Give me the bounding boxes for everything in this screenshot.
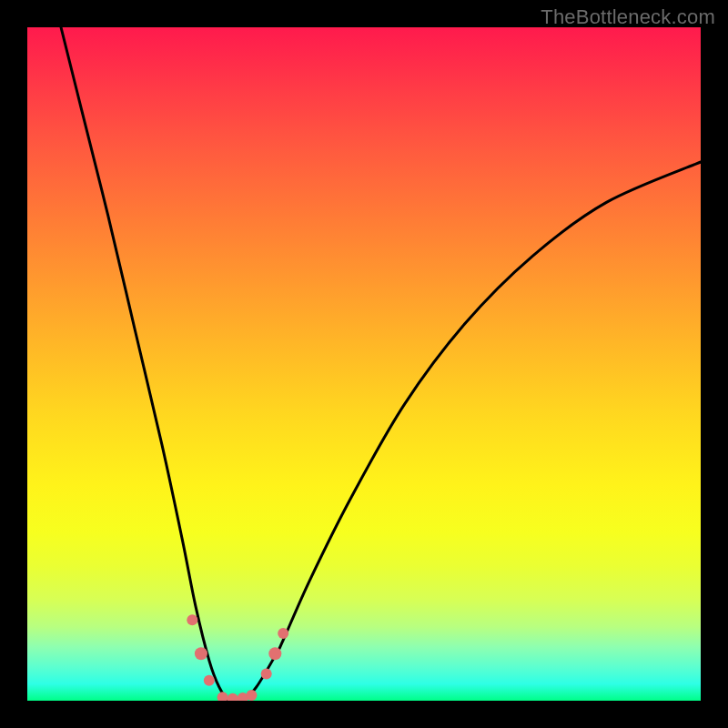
curve-markers (187, 614, 288, 701)
curve-marker (268, 647, 281, 660)
curve-marker (246, 690, 257, 701)
curve-marker (261, 668, 272, 679)
curve-marker (195, 647, 207, 660)
bottleneck-curve (61, 27, 701, 701)
chart-frame: TheBottleneck.com (0, 0, 728, 728)
curve-marker (204, 675, 215, 686)
curve-marker (278, 628, 288, 639)
curve-marker (187, 614, 197, 625)
curve-layer (27, 27, 701, 701)
watermark-text: TheBottleneck.com (541, 5, 715, 29)
curve-marker (228, 693, 238, 701)
curve-marker (217, 692, 228, 701)
plot-area (27, 27, 701, 701)
